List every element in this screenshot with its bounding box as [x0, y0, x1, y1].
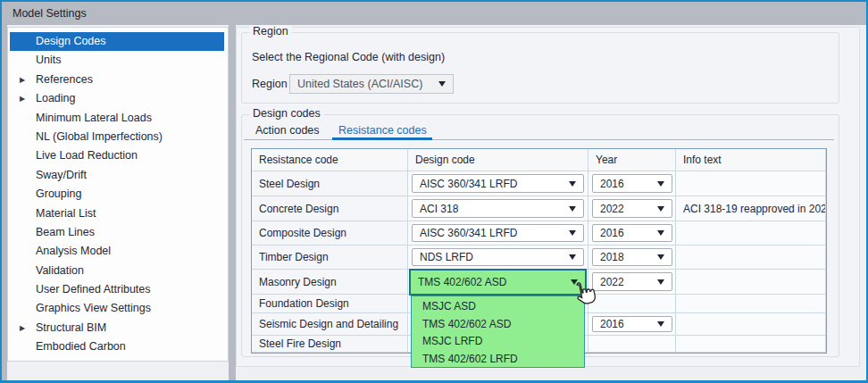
design-code-dropdown[interactable]: NDS LRFD [412, 248, 584, 266]
region-group-label: Region [249, 25, 292, 37]
sidebar-item-label: Structural BIM [10, 319, 224, 337]
design-code-dropdown-value: ACI 318 [420, 203, 458, 215]
chevron-down-icon [657, 206, 664, 212]
sidebar-item-label: Analysis Model [10, 242, 224, 261]
sidebar-item-design-codes[interactable]: Design Codes [8, 32, 228, 51]
masonry-design-dropdown-open[interactable]: TMS 402/602 ASD [409, 269, 587, 296]
year-dropdown[interactable]: 2022 [592, 272, 672, 291]
sidebar-item-sway-drift[interactable]: Sway/Drift [8, 166, 228, 185]
settings-nav-list: Design CodesUnits▶References▶LoadingMini… [7, 27, 229, 362]
sidebar-item-label: References [10, 71, 224, 89]
year-dropdown[interactable]: 2022 [592, 199, 672, 218]
sidebar-item-validation[interactable]: Validation [8, 262, 228, 280]
main-panel: Region Select the Regional Code (with de… [236, 27, 860, 367]
design-code-dropdown[interactable]: AISC 360/341 LRFD [412, 224, 584, 242]
row-label: Seismic Design and Detailing [252, 313, 408, 336]
region-dropdown-value: United States (ACI/AISC) [297, 78, 422, 90]
sidebar-item-units[interactable]: Units [8, 51, 228, 70]
sidebar-item-label: Graphics View Settings [10, 299, 224, 318]
year-cell[interactable] [588, 336, 676, 353]
masonry-design-dropdown-value: TMS 402/602 ASD [418, 276, 506, 288]
expand-arrow-icon[interactable]: ▶ [20, 319, 25, 337]
year-dropdown[interactable]: 2016 [592, 224, 672, 242]
info-text-cell[interactable] [676, 295, 826, 313]
region-description: Select the Regional Code (with design) [252, 51, 445, 63]
info-text-cell[interactable] [676, 270, 826, 295]
sidebar-item-graphics-view-settings[interactable]: Graphics View Settings [8, 299, 228, 318]
sidebar-item-live-load-reduction[interactable]: Live Load Reduction [8, 146, 228, 165]
chevron-down-icon [657, 230, 664, 236]
sidebar-item-minimum-lateral-loads[interactable]: Minimum Lateral Loads [8, 109, 228, 128]
design-code-dropdown-value: NDS LRFD [420, 251, 473, 263]
design-codes-group-label: Design codes [249, 107, 324, 120]
chevron-down-icon [569, 181, 576, 187]
info-text-cell[interactable] [676, 246, 826, 270]
sidebar-item-label: Validation [10, 262, 224, 280]
sidebar-item-label: Minimum Lateral Loads [10, 109, 224, 128]
sidebar-item-nl-global-imperfections-[interactable]: NL (Global Imperfections) [8, 128, 228, 146]
year-dropdown[interactable]: 2016 [592, 174, 672, 193]
tab-action-codes[interactable]: Action codes [255, 121, 320, 139]
sidebar-item-label: NL (Global Imperfections) [10, 128, 224, 146]
title-bar[interactable]: Model Settings [2, 2, 866, 25]
sidebar-item-label: Embodied Carbon [10, 337, 224, 356]
design-code-dropdown-value: AISC 360/341 LRFD [420, 227, 517, 239]
region-groupbox: Region Select the Regional Code (with de… [241, 32, 839, 104]
chevron-down-icon [438, 81, 446, 87]
sidebar-splitter [229, 25, 236, 380]
sidebar-item-material-list[interactable]: Material List [8, 204, 228, 223]
region-dropdown[interactable]: United States (ACI/AISC) [289, 74, 454, 94]
year-dropdown[interactable]: 2018 [592, 248, 672, 266]
chevron-down-icon [657, 279, 664, 285]
sidebar-item-grouping[interactable]: Grouping [8, 185, 228, 204]
dropdown-option-tms-402-602-asd[interactable]: TMS 402/602 ASD [412, 316, 584, 334]
row-label: Masonry Design [252, 270, 408, 295]
sidebar-item-label: Beam Lines [10, 223, 224, 242]
expand-arrow-icon[interactable]: ▶ [20, 71, 25, 89]
row-label: Composite Design [252, 221, 408, 246]
design-code-dropdown[interactable]: AISC 360/341 LRFD [412, 174, 584, 193]
row-label: Foundation Design [252, 295, 408, 313]
active-tab-underline [332, 137, 432, 140]
chevron-down-icon [657, 181, 664, 187]
sidebar-item-user-defined-attributes[interactable]: User Defined Attributes [8, 280, 228, 299]
chevron-down-icon [569, 230, 576, 236]
info-text-cell[interactable]: ACI 318-19 reapproved in 2022 [676, 196, 826, 221]
sidebar-item-label: Design Codes [10, 32, 224, 51]
masonry-design-dropdown-list: MSJC ASDTMS 402/602 ASDMSJC LRFDTMS 402/… [411, 296, 585, 368]
year-dropdown[interactable]: 2016 [592, 316, 672, 332]
sidebar-item-label: User Defined Attributes [10, 280, 224, 299]
sidebar-item-loading[interactable]: ▶Loading [8, 89, 228, 108]
expand-arrow-icon[interactable]: ▶ [20, 89, 25, 108]
sidebar-item-structural-bim[interactable]: ▶Structural BIM [8, 319, 228, 337]
sidebar-item-beam-lines[interactable]: Beam Lines [8, 223, 228, 242]
sidebar-item-label: Loading [10, 89, 224, 108]
design-code-dropdown-value: AISC 360/341 LRFD [420, 178, 517, 190]
info-text-cell[interactable] [676, 313, 826, 336]
row-label: Steel Design [252, 171, 408, 196]
dropdown-option-msjc-lrfd[interactable]: MSJC LRFD [412, 333, 584, 351]
year-dropdown-value: 2022 [600, 203, 624, 215]
design-code-dropdown[interactable]: ACI 318 [412, 199, 584, 218]
sidebar-item-embodied-carbon[interactable]: Embodied Carbon [8, 337, 228, 356]
design-codes-groupbox: Design codes Action codes Resistance cod… [241, 114, 839, 357]
info-text-cell[interactable] [676, 171, 826, 196]
year-cell[interactable] [588, 295, 676, 313]
sidebar-item-label: Units [10, 51, 224, 70]
column-header-info-text: Info text [676, 149, 826, 171]
year-dropdown-value: 2016 [600, 318, 624, 330]
sidebar-item-label: Grouping [10, 185, 224, 204]
info-text-cell[interactable] [676, 221, 826, 246]
tab-resistance-codes[interactable]: Resistance codes [338, 121, 427, 139]
sidebar-item-label: Live Load Reduction [10, 146, 224, 165]
dropdown-option-tms-402-602-lrfd[interactable]: TMS 402/602 LRFD [412, 351, 584, 369]
chevron-down-icon [657, 321, 664, 327]
column-header-year: Year [588, 149, 676, 171]
row-label: Timber Design [252, 246, 408, 270]
sidebar-item-references[interactable]: ▶References [8, 71, 228, 89]
info-text-cell[interactable] [676, 336, 826, 353]
year-dropdown-value: 2018 [600, 251, 624, 263]
column-header-design-code: Design code [408, 149, 588, 171]
dropdown-option-msjc-asd[interactable]: MSJC ASD [412, 298, 584, 316]
sidebar-item-analysis-model[interactable]: Analysis Model [8, 242, 228, 261]
